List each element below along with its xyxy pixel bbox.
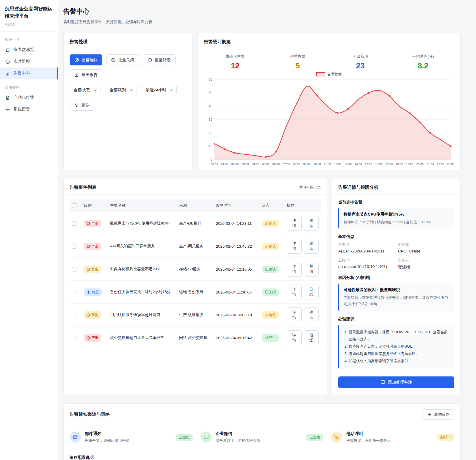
alert-source: 存储-S3服务 [177, 258, 214, 281]
nav-group: 运维管理自动化作业系统设置 [0, 85, 58, 115]
select-all-checkbox[interactable] [72, 203, 76, 208]
sidebar-item-label: 系统设置 [13, 107, 30, 112]
svg-text:06:00: 06:00 [272, 162, 280, 166]
level-badge: 严重 [84, 243, 101, 250]
svg-text:07:00: 07:00 [283, 162, 290, 166]
level-badge: 严重 [84, 220, 101, 227]
time-filter-select[interactable]: 最近24小时 [142, 85, 177, 95]
download-icon [74, 73, 79, 77]
alert-stats-header: 告警统计概览 [198, 33, 460, 49]
row-action-button[interactable]: 详情 [287, 307, 302, 322]
svg-text:09:00: 09:00 [303, 162, 311, 166]
basic-info-grid: 告警IDALERT-20260204-142311监控项CPU_Usage主机/… [338, 242, 454, 270]
bar-chart-icon [5, 71, 10, 76]
row-action-button[interactable]: 关闭 [304, 262, 319, 277]
circle-icon [148, 58, 152, 62]
sidebar-header: 沉思波企业官网智能运维管理平台 V1.0.0 [0, 0, 58, 32]
row-checkbox[interactable] [72, 313, 76, 317]
alert-name: 用户认证服务错误率超过阈值 [108, 304, 177, 326]
status-badge: 已确认 [262, 266, 279, 273]
alert-table-head: 级别告警名称来源发生时间状态操作 [70, 199, 321, 212]
row-action-button[interactable]: 指派 [304, 330, 319, 345]
row-action-button[interactable]: 确认 [304, 239, 319, 254]
alert-time: 2026-02-04 13:45:32 [214, 235, 259, 258]
sidebar-item-system-settings[interactable]: 系统设置 [0, 103, 58, 115]
page-subtitle: 实时监控系统告警事件，支持筛选、处理与根因分析。 [63, 19, 461, 25]
bulk-forward-button[interactable]: 批量转发 [143, 54, 176, 65]
comment-icon [381, 380, 385, 385]
alert-stats-body: 未确认告警12严重告警5今日新增23平均响应(分)8.2 告警数量 010203… [198, 49, 460, 170]
row-action-button[interactable]: 确认 [304, 216, 319, 231]
check-circle-icon [5, 59, 10, 64]
row-checkbox[interactable] [72, 290, 76, 294]
row-action-button[interactable]: 详情 [287, 285, 302, 299]
stat-label: 未确认告警 [204, 54, 267, 59]
chevron-down-icon [129, 88, 134, 92]
level-filter-select[interactable]: 全部级别 [106, 85, 137, 95]
plus-icon [427, 412, 432, 417]
select-value: 全部级别 [110, 87, 126, 93]
row-checkbox[interactable] [72, 244, 76, 249]
row-action-button[interactable]: 详情 [287, 216, 302, 231]
root-cause-highlight: 慢查询堆积 [380, 288, 400, 292]
field-value: CPU_Usage [398, 249, 454, 253]
svg-text:05:00: 05:00 [262, 162, 270, 166]
table-row: 警告用户认证服务错误率超过阈值生产-认证服务2026-02-04 10:05:1… [70, 304, 321, 326]
level-badge: 警告 [84, 311, 101, 319]
row-checkbox[interactable] [72, 267, 76, 271]
svg-text:08:00: 08:00 [293, 162, 300, 166]
sidebar-item-realtime-monitor[interactable]: 实时监控 [0, 56, 58, 67]
status-badge: 未确认 [262, 243, 279, 250]
row-action-button[interactable]: 详情 [287, 262, 302, 277]
filter-button[interactable]: 筛选 [70, 100, 94, 111]
select-value: 最近24小时 [146, 87, 166, 93]
level-badge: 警告 [84, 266, 101, 273]
top-row: 告警处理 批量确认批量关闭批量转发导出报告 全部状态全部级别最近24小时 筛选 … [63, 33, 461, 170]
select-all-header-cell [70, 199, 82, 212]
alert-table: 级别告警名称来源发生时间状态操作 严重数据库主节点CPU使用率超过95%生产-D… [70, 199, 321, 349]
alert-ring-icon [87, 222, 90, 225]
row-actions: 详情指派 [287, 330, 319, 345]
stat-item: 未确认告警12 [204, 54, 267, 70]
table-row: 警告对象存储桶剩余容量不足20%存储-S3服务2026-02-04 12:10:… [70, 258, 321, 281]
row-action-button[interactable]: 详情 [287, 239, 302, 254]
phone-icon [331, 431, 342, 443]
sidebar-item-automation-jobs[interactable]: 自动化作业 [0, 92, 58, 103]
row-action-button[interactable]: 确认 [304, 307, 319, 322]
alert-name: API网关响应时间异常飙升 [108, 235, 177, 258]
nav-group: 监控中心仪表盘总览实时监控告警中心 [0, 37, 58, 79]
row-action-button[interactable]: 详情 [287, 330, 302, 345]
funnel-icon [74, 103, 79, 108]
notification-title: 告警通知渠道与策略 [70, 412, 110, 417]
alert-ring-icon [87, 245, 90, 248]
sidebar-item-alert-center[interactable]: 告警中心 [0, 67, 58, 79]
add-note-button[interactable]: 添加处理备注 [338, 376, 454, 388]
sidebar-item-dashboard-overview[interactable]: 仪表盘总览 [0, 44, 58, 56]
row-action-button[interactable]: 日志 [304, 285, 319, 299]
row-actions: 详情确认 [287, 216, 319, 231]
sidebar-nav: 监控中心仪表盘总览实时监控告警中心运维管理自动化作业系统设置 [0, 37, 58, 115]
svg-text:11:00: 11:00 [324, 162, 331, 166]
level-label: 严重 [91, 335, 98, 340]
row-checkbox[interactable] [72, 336, 76, 340]
svg-text:30: 30 [209, 118, 212, 121]
alert-source: 生产-认证服务 [177, 304, 214, 326]
level-label: 严重 [91, 221, 98, 226]
alert-source: 运维-备份系统 [177, 281, 214, 304]
add-policy-button[interactable]: 新增策略 [422, 409, 454, 420]
field-value: 张运维 [398, 264, 454, 270]
alert-stats-title: 告警统计概览 [204, 39, 231, 45]
svg-text:0: 0 [211, 158, 212, 161]
column-header: 级别 [82, 199, 108, 212]
stat-label: 今日新增 [329, 54, 392, 59]
svg-text:00:00: 00:00 [211, 162, 218, 166]
alert-name: 数据库主节点CPU使用率超过95% [108, 212, 177, 235]
alert-time: 2026-02-04 14:23:11 [214, 212, 259, 235]
export-report-button[interactable]: 导出报告 [70, 69, 102, 80]
sidebar-item-label: 实时监控 [13, 59, 30, 64]
row-checkbox[interactable] [72, 221, 76, 226]
bulk-close-button[interactable]: 批量关闭 [106, 54, 139, 65]
status-filter-select[interactable]: 全部状态 [70, 85, 101, 95]
bulk-confirm-button[interactable]: 批量确认 [70, 54, 102, 65]
file-icon [5, 95, 10, 100]
